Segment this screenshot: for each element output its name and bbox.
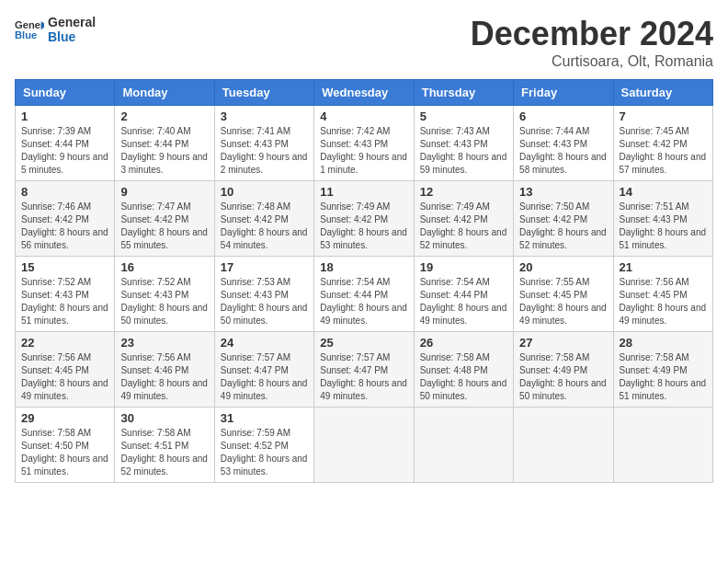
day-number: 25 <box>320 336 407 350</box>
sunrise-label: Sunrise: 7:58 AM <box>120 428 190 438</box>
day-number: 10 <box>221 185 308 199</box>
daylight-label: Daylight: 8 hours and 52 minutes. <box>420 227 507 250</box>
calendar-day-15: 15 Sunrise: 7:52 AM Sunset: 4:43 PM Dayl… <box>16 257 115 332</box>
daylight-label: Daylight: 8 hours and 51 minutes. <box>620 378 707 401</box>
sunrise-label: Sunrise: 7:40 AM <box>120 126 190 136</box>
sunset-label: Sunset: 4:43 PM <box>221 290 289 300</box>
sunrise-label: Sunrise: 7:55 AM <box>519 277 589 287</box>
daylight-label: Daylight: 8 hours and 49 minutes. <box>620 303 707 326</box>
calendar-day-10: 10 Sunrise: 7:48 AM Sunset: 4:42 PM Dayl… <box>214 181 313 257</box>
day-info: Sunrise: 7:54 AM Sunset: 4:44 PM Dayligh… <box>320 276 407 327</box>
daylight-label: Daylight: 8 hours and 51 minutes. <box>620 227 707 250</box>
calendar-day-3: 3 Sunrise: 7:41 AM Sunset: 4:43 PM Dayli… <box>214 106 313 181</box>
logo-blue: Blue <box>48 29 96 44</box>
sunset-label: Sunset: 4:42 PM <box>21 214 89 224</box>
daylight-label: Daylight: 9 hours and 5 minutes. <box>21 152 108 175</box>
col-wednesday: Wednesday <box>314 80 414 106</box>
daylight-label: Daylight: 8 hours and 50 minutes. <box>120 303 208 326</box>
sunrise-label: Sunrise: 7:53 AM <box>221 277 290 287</box>
daylight-label: Daylight: 8 hours and 50 minutes. <box>420 378 507 401</box>
day-info: Sunrise: 7:56 AM Sunset: 4:45 PM Dayligh… <box>21 351 108 403</box>
logo-icon: General Blue <box>15 17 44 42</box>
daylight-label: Daylight: 8 hours and 52 minutes. <box>519 227 607 250</box>
daylight-label: Daylight: 8 hours and 49 minutes. <box>420 303 507 326</box>
day-number: 19 <box>420 260 507 274</box>
daylight-label: Daylight: 8 hours and 56 minutes. <box>21 227 108 250</box>
sunset-label: Sunset: 4:42 PM <box>420 214 488 224</box>
sunrise-label: Sunrise: 7:46 AM <box>21 201 91 212</box>
daylight-label: Daylight: 8 hours and 50 minutes. <box>519 378 607 401</box>
day-number: 15 <box>21 260 108 274</box>
sunset-label: Sunset: 4:51 PM <box>120 441 188 451</box>
sunset-label: Sunset: 4:43 PM <box>420 139 488 149</box>
daylight-label: Daylight: 8 hours and 51 minutes. <box>21 303 108 326</box>
sunset-label: Sunset: 4:43 PM <box>120 290 188 300</box>
day-info: Sunrise: 7:52 AM Sunset: 4:43 PM Dayligh… <box>120 276 208 327</box>
day-number: 6 <box>519 109 607 123</box>
day-number: 17 <box>221 260 308 274</box>
day-info: Sunrise: 7:51 AM Sunset: 4:43 PM Dayligh… <box>620 201 707 252</box>
sunrise-label: Sunrise: 7:48 AM <box>221 201 290 212</box>
calendar-day-9: 9 Sunrise: 7:47 AM Sunset: 4:42 PM Dayli… <box>115 181 214 257</box>
daylight-label: Daylight: 8 hours and 49 minutes. <box>120 378 208 401</box>
sunrise-label: Sunrise: 7:58 AM <box>21 428 91 438</box>
daylight-label: Daylight: 8 hours and 49 minutes. <box>320 303 407 326</box>
daylight-label: Daylight: 8 hours and 49 minutes. <box>221 378 308 401</box>
sunset-label: Sunset: 4:52 PM <box>221 441 289 451</box>
sunset-label: Sunset: 4:42 PM <box>620 139 688 149</box>
day-info: Sunrise: 7:57 AM Sunset: 4:47 PM Dayligh… <box>320 351 407 403</box>
sunset-label: Sunset: 4:42 PM <box>221 214 289 224</box>
sunset-label: Sunset: 4:44 PM <box>420 290 488 300</box>
day-info: Sunrise: 7:56 AM Sunset: 4:45 PM Dayligh… <box>620 276 707 327</box>
logo-general: General <box>48 15 96 29</box>
sunset-label: Sunset: 4:49 PM <box>519 365 587 375</box>
sunset-label: Sunset: 4:45 PM <box>620 290 688 300</box>
col-friday: Friday <box>514 80 613 106</box>
sunrise-label: Sunrise: 7:57 AM <box>221 352 290 362</box>
sunset-label: Sunset: 4:47 PM <box>221 365 289 375</box>
calendar-day-6: 6 Sunrise: 7:44 AM Sunset: 4:43 PM Dayli… <box>514 106 613 181</box>
calendar-week-5: 29 Sunrise: 7:58 AM Sunset: 4:50 PM Dayl… <box>16 408 713 483</box>
day-number: 20 <box>519 260 607 274</box>
day-number: 30 <box>120 411 208 425</box>
calendar-day-11: 11 Sunrise: 7:49 AM Sunset: 4:42 PM Dayl… <box>314 181 414 257</box>
day-number: 7 <box>620 109 707 123</box>
day-info: Sunrise: 7:58 AM Sunset: 4:49 PM Dayligh… <box>620 351 707 403</box>
calendar-day-8: 8 Sunrise: 7:46 AM Sunset: 4:42 PM Dayli… <box>16 181 115 257</box>
daylight-label: Daylight: 8 hours and 49 minutes. <box>320 378 407 401</box>
daylight-label: Daylight: 9 hours and 3 minutes. <box>120 152 208 175</box>
day-info: Sunrise: 7:59 AM Sunset: 4:52 PM Dayligh… <box>221 427 308 478</box>
calendar-day-25: 25 Sunrise: 7:57 AM Sunset: 4:47 PM Dayl… <box>314 332 414 408</box>
day-number: 22 <box>21 336 108 350</box>
daylight-label: Daylight: 8 hours and 52 minutes. <box>120 454 208 477</box>
col-thursday: Thursday <box>414 80 513 106</box>
calendar-day-18: 18 Sunrise: 7:54 AM Sunset: 4:44 PM Dayl… <box>314 257 414 332</box>
daylight-label: Daylight: 8 hours and 50 minutes. <box>221 303 308 326</box>
day-number: 3 <box>221 109 308 123</box>
sunset-label: Sunset: 4:46 PM <box>120 365 188 375</box>
sunset-label: Sunset: 4:43 PM <box>221 139 289 149</box>
sunrise-label: Sunrise: 7:59 AM <box>221 428 290 438</box>
day-info: Sunrise: 7:42 AM Sunset: 4:43 PM Dayligh… <box>320 125 407 177</box>
calendar-day-30: 30 Sunrise: 7:58 AM Sunset: 4:51 PM Dayl… <box>115 408 214 483</box>
sunrise-label: Sunrise: 7:58 AM <box>519 352 589 362</box>
day-number: 5 <box>420 109 507 123</box>
day-info: Sunrise: 7:57 AM Sunset: 4:47 PM Dayligh… <box>221 351 308 403</box>
sunset-label: Sunset: 4:43 PM <box>519 139 587 149</box>
calendar: Sunday Monday Tuesday Wednesday Thursday… <box>15 79 713 483</box>
sunrise-label: Sunrise: 7:41 AM <box>221 126 290 136</box>
empty-cell <box>514 408 613 483</box>
daylight-label: Daylight: 9 hours and 2 minutes. <box>221 152 308 175</box>
daylight-label: Daylight: 8 hours and 51 minutes. <box>21 454 108 477</box>
sunrise-label: Sunrise: 7:42 AM <box>320 126 390 136</box>
sunset-label: Sunset: 4:48 PM <box>420 365 488 375</box>
calendar-day-27: 27 Sunrise: 7:58 AM Sunset: 4:49 PM Dayl… <box>514 332 613 408</box>
sunset-label: Sunset: 4:42 PM <box>320 214 388 224</box>
col-saturday: Saturday <box>613 80 712 106</box>
sunrise-label: Sunrise: 7:58 AM <box>420 352 490 362</box>
calendar-week-1: 1 Sunrise: 7:39 AM Sunset: 4:44 PM Dayli… <box>16 106 713 181</box>
sunrise-label: Sunrise: 7:50 AM <box>519 201 589 212</box>
title-section: December 2024 Curtisoara, Olt, Romania <box>471 15 713 70</box>
day-info: Sunrise: 7:50 AM Sunset: 4:42 PM Dayligh… <box>519 201 607 252</box>
calendar-day-16: 16 Sunrise: 7:52 AM Sunset: 4:43 PM Dayl… <box>115 257 214 332</box>
